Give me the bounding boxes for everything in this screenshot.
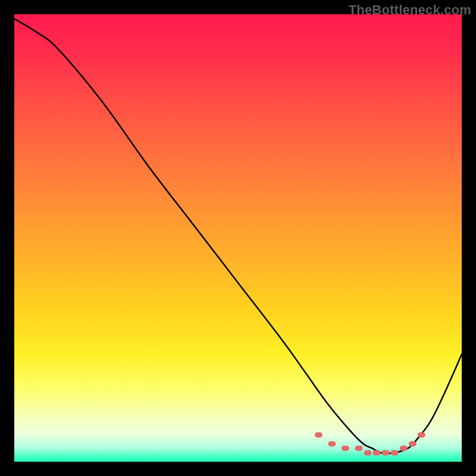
chart-frame: TheBottleneck.com [0, 0, 476, 476]
gradient-plot-area [14, 14, 462, 462]
watermark-text: TheBottleneck.com [349, 2, 471, 18]
